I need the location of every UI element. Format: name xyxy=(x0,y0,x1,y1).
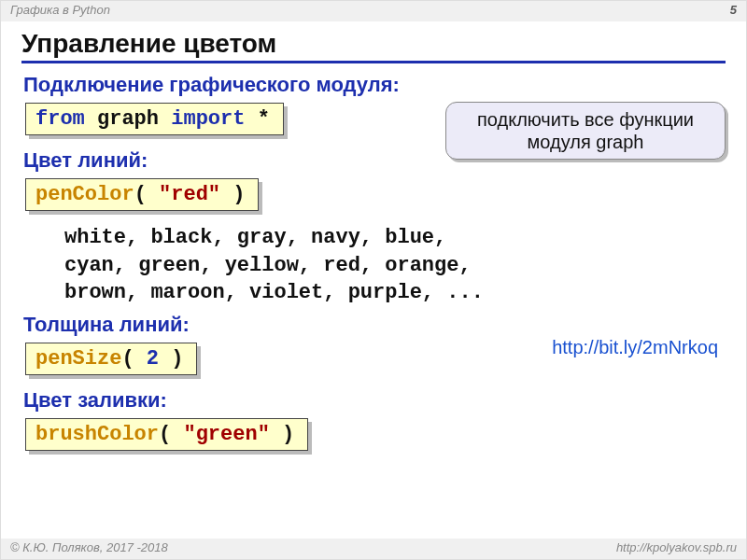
header-title: Графика в Python xyxy=(10,3,110,21)
fn-pencolor: penColor xyxy=(35,183,134,206)
footer-copyright: © К.Ю. Поляков, 2017 -2018 xyxy=(10,540,168,559)
arg-red: "red" xyxy=(159,183,220,206)
arg-green: "green" xyxy=(183,423,269,446)
footer-url: http://kpolyakov.spb.ru xyxy=(616,540,737,559)
import-star: * xyxy=(245,107,269,131)
keyword-import: import xyxy=(171,107,245,131)
color-list-line: white, black, gray, navy, blue, xyxy=(64,224,726,252)
section-import: Подключение графического модуля: xyxy=(23,73,726,97)
arg-2: 2 xyxy=(147,347,159,371)
fn-brushcolor: brushColor xyxy=(35,423,159,446)
color-list: white, black, gray, navy, blue, cyan, gr… xyxy=(64,224,726,307)
section-pensize: Толщина линий: xyxy=(23,313,726,337)
slide-content: Управление цветом Подключение графическо… xyxy=(1,21,746,466)
code-pencolor: penColor( "red" ) xyxy=(25,178,259,211)
color-list-line: cyan, green, yellow, red, orange, xyxy=(64,252,726,280)
module-name: graph xyxy=(85,107,171,131)
fn-pensize: penSize xyxy=(35,347,121,371)
code-import: from graph import * xyxy=(25,103,284,135)
code-brushcolor: brushColor( "green" ) xyxy=(25,418,308,451)
slide-title: Управление цветом xyxy=(21,29,726,63)
header-band: Графика в Python 5 xyxy=(1,1,746,21)
code-pensize: penSize( 2 ) xyxy=(25,343,197,375)
keyword-from: from xyxy=(35,107,85,131)
footer-band: © К.Ю. Поляков, 2017 -2018 http://kpolya… xyxy=(1,539,746,559)
external-link[interactable]: http://bit.ly/2mNrkoq xyxy=(552,337,718,358)
page-number: 5 xyxy=(730,3,737,21)
color-list-line: brown, maroon, violet, purple, ... xyxy=(64,279,726,307)
callout-text: подключить все функции модуля graph xyxy=(477,109,694,152)
callout-box: подключить все функции модуля graph xyxy=(445,102,726,160)
section-brushcolor: Цвет заливки: xyxy=(23,388,726,413)
